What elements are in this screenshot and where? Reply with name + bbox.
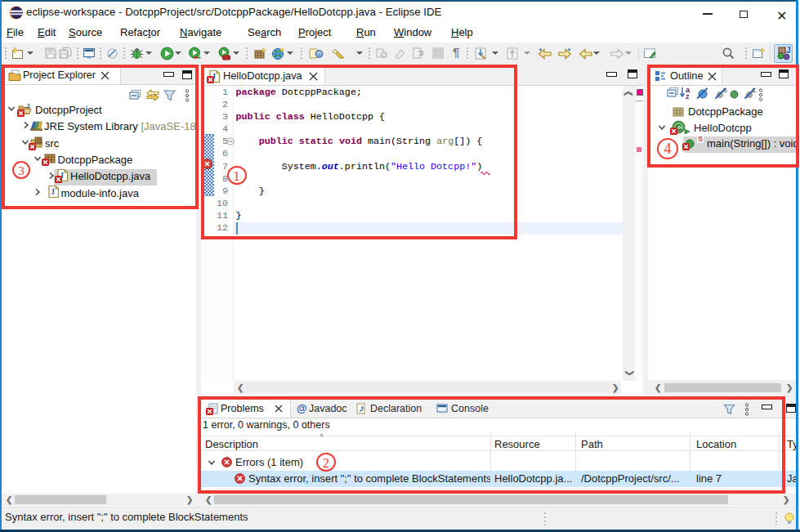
svg-text:J: J [51, 187, 55, 196]
svg-text:J: J [26, 102, 29, 110]
svg-text:J: J [786, 46, 791, 55]
svg-text:z: z [686, 92, 690, 100]
